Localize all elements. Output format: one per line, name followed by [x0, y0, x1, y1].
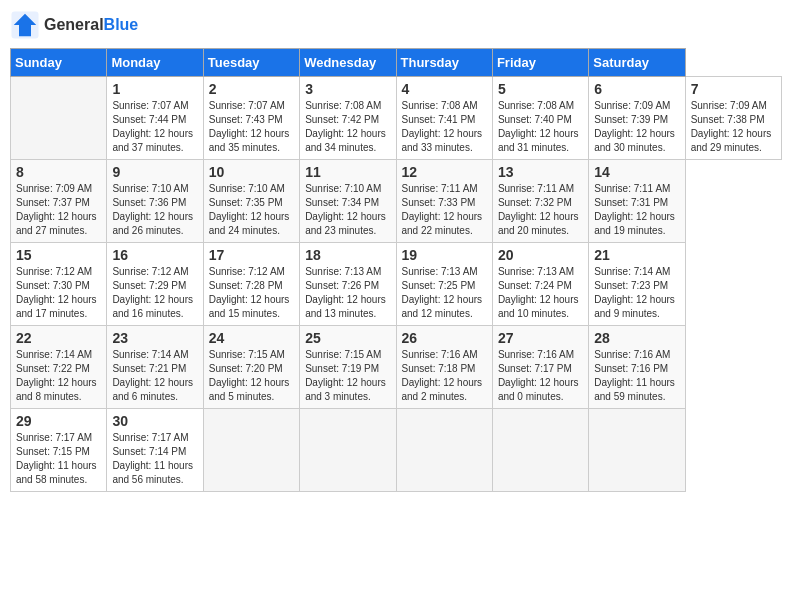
- calendar-cell: [492, 409, 588, 492]
- calendar-cell: 8Sunrise: 7:09 AMSunset: 7:37 PMDaylight…: [11, 160, 107, 243]
- day-header-saturday: Saturday: [589, 49, 685, 77]
- day-info: Sunrise: 7:13 AMSunset: 7:26 PMDaylight:…: [305, 265, 390, 321]
- week-row-4: 22Sunrise: 7:14 AMSunset: 7:22 PMDayligh…: [11, 326, 782, 409]
- day-number: 3: [305, 81, 390, 97]
- day-info: Sunrise: 7:16 AMSunset: 7:16 PMDaylight:…: [594, 348, 679, 404]
- day-header-friday: Friday: [492, 49, 588, 77]
- day-number: 26: [402, 330, 487, 346]
- calendar-cell: 18Sunrise: 7:13 AMSunset: 7:26 PMDayligh…: [300, 243, 396, 326]
- calendar-cell: 14Sunrise: 7:11 AMSunset: 7:31 PMDayligh…: [589, 160, 685, 243]
- day-number: 12: [402, 164, 487, 180]
- day-number: 25: [305, 330, 390, 346]
- calendar-header-row: SundayMondayTuesdayWednesdayThursdayFrid…: [11, 49, 782, 77]
- day-number: 16: [112, 247, 197, 263]
- calendar-cell: 11Sunrise: 7:10 AMSunset: 7:34 PMDayligh…: [300, 160, 396, 243]
- calendar-cell: [11, 77, 107, 160]
- day-info: Sunrise: 7:14 AMSunset: 7:23 PMDaylight:…: [594, 265, 679, 321]
- day-number: 22: [16, 330, 101, 346]
- day-header-thursday: Thursday: [396, 49, 492, 77]
- calendar-cell: 19Sunrise: 7:13 AMSunset: 7:25 PMDayligh…: [396, 243, 492, 326]
- calendar-cell: 6Sunrise: 7:09 AMSunset: 7:39 PMDaylight…: [589, 77, 685, 160]
- day-number: 2: [209, 81, 294, 97]
- day-info: Sunrise: 7:12 AMSunset: 7:30 PMDaylight:…: [16, 265, 101, 321]
- page-header: GeneralBlue: [10, 10, 782, 40]
- calendar-cell: 26Sunrise: 7:16 AMSunset: 7:18 PMDayligh…: [396, 326, 492, 409]
- day-number: 19: [402, 247, 487, 263]
- day-number: 17: [209, 247, 294, 263]
- day-number: 27: [498, 330, 583, 346]
- day-number: 14: [594, 164, 679, 180]
- day-number: 23: [112, 330, 197, 346]
- day-number: 8: [16, 164, 101, 180]
- calendar-cell: [589, 409, 685, 492]
- day-info: Sunrise: 7:13 AMSunset: 7:24 PMDaylight:…: [498, 265, 583, 321]
- day-info: Sunrise: 7:07 AMSunset: 7:44 PMDaylight:…: [112, 99, 197, 155]
- day-number: 1: [112, 81, 197, 97]
- day-info: Sunrise: 7:17 AMSunset: 7:14 PMDaylight:…: [112, 431, 197, 487]
- day-number: 4: [402, 81, 487, 97]
- calendar-cell: [300, 409, 396, 492]
- calendar-cell: 28Sunrise: 7:16 AMSunset: 7:16 PMDayligh…: [589, 326, 685, 409]
- day-info: Sunrise: 7:09 AMSunset: 7:39 PMDaylight:…: [594, 99, 679, 155]
- day-header-wednesday: Wednesday: [300, 49, 396, 77]
- calendar-cell: 17Sunrise: 7:12 AMSunset: 7:28 PMDayligh…: [203, 243, 299, 326]
- day-number: 30: [112, 413, 197, 429]
- day-number: 6: [594, 81, 679, 97]
- day-header-monday: Monday: [107, 49, 203, 77]
- day-number: 9: [112, 164, 197, 180]
- day-info: Sunrise: 7:11 AMSunset: 7:32 PMDaylight:…: [498, 182, 583, 238]
- day-info: Sunrise: 7:08 AMSunset: 7:42 PMDaylight:…: [305, 99, 390, 155]
- day-number: 5: [498, 81, 583, 97]
- day-info: Sunrise: 7:11 AMSunset: 7:33 PMDaylight:…: [402, 182, 487, 238]
- day-info: Sunrise: 7:14 AMSunset: 7:21 PMDaylight:…: [112, 348, 197, 404]
- day-header-tuesday: Tuesday: [203, 49, 299, 77]
- calendar-cell: [396, 409, 492, 492]
- calendar-cell: 25Sunrise: 7:15 AMSunset: 7:19 PMDayligh…: [300, 326, 396, 409]
- calendar-cell: 9Sunrise: 7:10 AMSunset: 7:36 PMDaylight…: [107, 160, 203, 243]
- calendar-cell: 16Sunrise: 7:12 AMSunset: 7:29 PMDayligh…: [107, 243, 203, 326]
- day-number: 28: [594, 330, 679, 346]
- day-info: Sunrise: 7:10 AMSunset: 7:34 PMDaylight:…: [305, 182, 390, 238]
- logo: GeneralBlue: [10, 10, 138, 40]
- day-info: Sunrise: 7:13 AMSunset: 7:25 PMDaylight:…: [402, 265, 487, 321]
- day-info: Sunrise: 7:16 AMSunset: 7:18 PMDaylight:…: [402, 348, 487, 404]
- calendar-cell: 22Sunrise: 7:14 AMSunset: 7:22 PMDayligh…: [11, 326, 107, 409]
- calendar-cell: 15Sunrise: 7:12 AMSunset: 7:30 PMDayligh…: [11, 243, 107, 326]
- day-header-sunday: Sunday: [11, 49, 107, 77]
- day-number: 7: [691, 81, 776, 97]
- week-row-1: 1Sunrise: 7:07 AMSunset: 7:44 PMDaylight…: [11, 77, 782, 160]
- day-info: Sunrise: 7:09 AMSunset: 7:37 PMDaylight:…: [16, 182, 101, 238]
- day-info: Sunrise: 7:17 AMSunset: 7:15 PMDaylight:…: [16, 431, 101, 487]
- calendar-cell: 7Sunrise: 7:09 AMSunset: 7:38 PMDaylight…: [685, 77, 781, 160]
- day-info: Sunrise: 7:08 AMSunset: 7:40 PMDaylight:…: [498, 99, 583, 155]
- day-info: Sunrise: 7:08 AMSunset: 7:41 PMDaylight:…: [402, 99, 487, 155]
- calendar-cell: 5Sunrise: 7:08 AMSunset: 7:40 PMDaylight…: [492, 77, 588, 160]
- calendar-cell: 23Sunrise: 7:14 AMSunset: 7:21 PMDayligh…: [107, 326, 203, 409]
- calendar-body: 1Sunrise: 7:07 AMSunset: 7:44 PMDaylight…: [11, 77, 782, 492]
- calendar-cell: 27Sunrise: 7:16 AMSunset: 7:17 PMDayligh…: [492, 326, 588, 409]
- calendar-cell: 2Sunrise: 7:07 AMSunset: 7:43 PMDaylight…: [203, 77, 299, 160]
- day-info: Sunrise: 7:09 AMSunset: 7:38 PMDaylight:…: [691, 99, 776, 155]
- day-number: 11: [305, 164, 390, 180]
- calendar-cell: 13Sunrise: 7:11 AMSunset: 7:32 PMDayligh…: [492, 160, 588, 243]
- day-info: Sunrise: 7:15 AMSunset: 7:20 PMDaylight:…: [209, 348, 294, 404]
- week-row-5: 29Sunrise: 7:17 AMSunset: 7:15 PMDayligh…: [11, 409, 782, 492]
- calendar-cell: 24Sunrise: 7:15 AMSunset: 7:20 PMDayligh…: [203, 326, 299, 409]
- calendar-cell: 30Sunrise: 7:17 AMSunset: 7:14 PMDayligh…: [107, 409, 203, 492]
- day-number: 13: [498, 164, 583, 180]
- day-info: Sunrise: 7:15 AMSunset: 7:19 PMDaylight:…: [305, 348, 390, 404]
- logo-icon: [10, 10, 40, 40]
- day-info: Sunrise: 7:10 AMSunset: 7:36 PMDaylight:…: [112, 182, 197, 238]
- day-info: Sunrise: 7:14 AMSunset: 7:22 PMDaylight:…: [16, 348, 101, 404]
- day-info: Sunrise: 7:07 AMSunset: 7:43 PMDaylight:…: [209, 99, 294, 155]
- day-info: Sunrise: 7:10 AMSunset: 7:35 PMDaylight:…: [209, 182, 294, 238]
- logo-text: GeneralBlue: [44, 16, 138, 34]
- day-info: Sunrise: 7:12 AMSunset: 7:28 PMDaylight:…: [209, 265, 294, 321]
- calendar-table: SundayMondayTuesdayWednesdayThursdayFrid…: [10, 48, 782, 492]
- day-number: 10: [209, 164, 294, 180]
- calendar-cell: 29Sunrise: 7:17 AMSunset: 7:15 PMDayligh…: [11, 409, 107, 492]
- week-row-2: 8Sunrise: 7:09 AMSunset: 7:37 PMDaylight…: [11, 160, 782, 243]
- day-number: 24: [209, 330, 294, 346]
- day-number: 29: [16, 413, 101, 429]
- calendar-cell: [203, 409, 299, 492]
